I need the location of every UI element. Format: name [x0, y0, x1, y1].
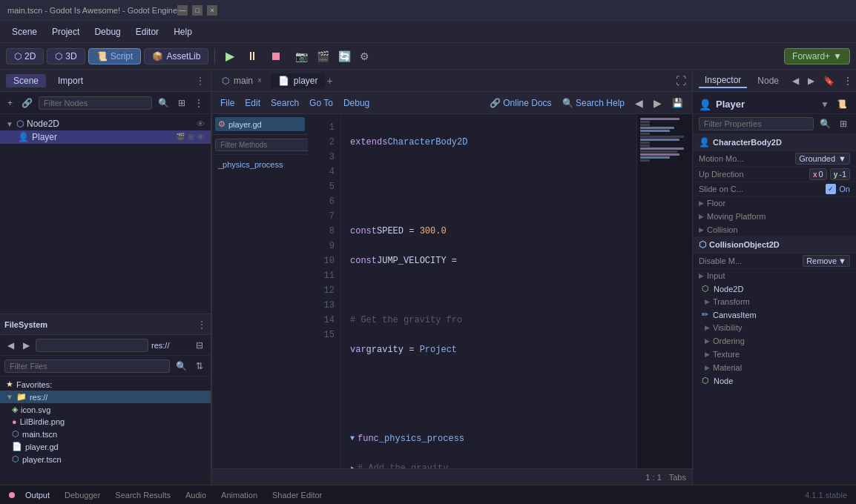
output-tab[interactable]: Output — [21, 489, 54, 501]
menu-project[interactable]: Project — [46, 24, 85, 39]
up-direction-x[interactable]: x 0 — [809, 168, 827, 180]
tab-inspector[interactable]: Inspector — [699, 73, 747, 88]
fs-sort-icon[interactable]: ⇅ — [193, 359, 206, 373]
fs-layout-icon[interactable]: ⊟ — [193, 339, 206, 352]
tab-main-close[interactable]: × — [257, 76, 262, 84]
section-visibility[interactable]: ▶ Visibility — [693, 321, 856, 334]
search-icon[interactable]: 🔍 — [155, 96, 172, 110]
animation-tab[interactable]: Animation — [217, 489, 262, 501]
sub-object-node2d[interactable]: ⬡ Node2D — [693, 282, 856, 295]
player-group-icon[interactable]: ⊞ — [188, 133, 194, 142]
save-icon[interactable]: 💾 — [669, 96, 686, 110]
fs-item-player-gd[interactable]: 📄 player.gd — [0, 440, 211, 453]
search-help-button[interactable]: 🔍 Search Help — [559, 96, 628, 110]
slide-checkbox[interactable]: ✓ — [826, 184, 836, 194]
section-input[interactable]: ▶ Input — [693, 269, 856, 282]
disable-mode-dropdown[interactable]: Remove ▼ — [803, 255, 850, 267]
2d-button[interactable]: ⬡ 2D — [6, 48, 44, 64]
tree-item-node2d[interactable]: ▼ ⬡ Node2D 👁 — [0, 117, 211, 130]
grid-icon[interactable]: ⊞ — [175, 96, 188, 110]
inspector-bookmark[interactable]: 🔖 — [820, 74, 837, 87]
open-script-icon[interactable]: 📜 — [834, 98, 850, 110]
sub-object-canvasitem[interactable]: ✏ CanvasItem — [693, 308, 856, 321]
section-collisionobject2d[interactable]: ⬡ CollisionObject2D — [693, 236, 856, 253]
tree-item-player[interactable]: 👤 Player 🎬 ⊞ 👁 — [0, 130, 211, 144]
section-texture[interactable]: ▶ Texture — [693, 348, 856, 361]
inspector-history-back[interactable]: ◀ — [789, 74, 802, 87]
add-tab-button[interactable]: + — [327, 75, 333, 87]
scene-menu-icon[interactable]: ⋮ — [191, 96, 206, 110]
script-button[interactable]: 📜 Script — [88, 48, 142, 64]
sub-object-node[interactable]: ⬡ Node — [693, 374, 856, 387]
fs-item-icon-svg[interactable]: ◈ icon.svg — [0, 403, 211, 416]
section-material[interactable]: ▶ Material — [693, 361, 856, 374]
motion-mode-dropdown[interactable]: Grounded ▼ — [795, 153, 850, 165]
search-button[interactable]: Search — [268, 96, 302, 110]
minimize-button[interactable]: — — [177, 5, 188, 16]
tab-player[interactable]: 📄 player — [271, 73, 326, 88]
fullscreen-button[interactable]: ⛶ — [673, 73, 689, 88]
assetlib-button[interactable]: 📦 AssetLib — [144, 48, 208, 64]
file-button[interactable]: File — [217, 96, 237, 110]
section-characterbody2d[interactable]: 👤 CharacterBody2D — [693, 134, 856, 151]
fs-item-lilbirdie[interactable]: ● LilBirdie.png — [0, 416, 211, 428]
search-results-tab[interactable]: Search Results — [111, 489, 175, 501]
player-movie-icon[interactable]: 🎬 — [176, 133, 185, 142]
maximize-button[interactable]: □ — [192, 5, 203, 16]
fs-item-player-tscn[interactable]: ⬡ player.tscn — [0, 453, 211, 465]
fs-back-button[interactable]: ◀ — [4, 339, 17, 352]
edit-button[interactable]: Edit — [242, 96, 263, 110]
link-node-button[interactable]: 🔗 — [19, 96, 36, 110]
shader-editor-tab[interactable]: Shader Editor — [268, 489, 326, 501]
nav-forward-button[interactable]: ▶ — [651, 96, 665, 110]
fs-item-main-tscn[interactable]: ⬡ main.tscn — [0, 428, 211, 440]
filter-search-icon[interactable]: 🔍 — [817, 117, 834, 130]
movie-icon[interactable]: 🎬 — [314, 49, 332, 64]
settings-icon[interactable]: ⚙ — [357, 49, 372, 64]
visibility-icon[interactable]: 👁 — [197, 119, 205, 128]
goto-button[interactable]: Go To — [306, 96, 336, 110]
filter-nodes-input[interactable] — [39, 96, 152, 110]
player-visibility-icon[interactable]: 👁 — [197, 133, 205, 142]
fs-search-icon[interactable]: 🔍 — [173, 359, 190, 373]
filesystem-menu-icon[interactable]: ⋮ — [197, 319, 206, 330]
online-docs-button[interactable]: 🔗 Online Docs — [487, 96, 555, 110]
method-physics-process[interactable]: _physics_process — [215, 158, 305, 171]
tab-node[interactable]: Node — [751, 74, 785, 87]
add-node-button[interactable]: + — [4, 96, 16, 110]
camera-icon[interactable]: 📷 — [292, 49, 311, 64]
forward-button[interactable]: Forward+ ▼ — [784, 48, 850, 64]
audio-tab[interactable]: Audio — [181, 489, 211, 501]
node-dropdown-icon[interactable]: ▼ — [820, 99, 829, 110]
3d-button[interactable]: ⬡ 3D — [47, 48, 85, 64]
inspector-menu[interactable]: ⋮ — [840, 74, 855, 87]
section-floor[interactable]: ▶ Floor — [693, 196, 856, 210]
tab-scene[interactable]: Scene — [6, 74, 46, 87]
section-collision[interactable]: ▶ Collision — [693, 223, 856, 236]
menu-help[interactable]: Help — [168, 24, 198, 39]
menu-debug[interactable]: Debug — [88, 24, 126, 39]
scene-panel-menu[interactable]: ⋮ — [196, 76, 205, 86]
tab-main[interactable]: ⬡ main × — [214, 73, 269, 88]
filter-files-input[interactable] — [4, 359, 170, 373]
code-content[interactable]: extends CharacterBody2D const SPEED = 30… — [341, 114, 636, 468]
debug-button[interactable]: Debug — [340, 96, 372, 110]
fs-forward-button[interactable]: ▶ — [20, 339, 33, 352]
up-direction-y[interactable]: y -1 — [830, 168, 850, 180]
debugger-tab[interactable]: Debugger — [60, 489, 105, 501]
code-editor[interactable]: 1 2 3 4 5 6 7 8 9 10 11 12 13 14 15 exte… — [308, 114, 692, 468]
menu-scene[interactable]: Scene — [6, 24, 43, 39]
section-moving-platform[interactable]: ▶ Moving Platform — [693, 210, 856, 223]
filter-group-icon[interactable]: ⊞ — [837, 117, 850, 130]
close-button[interactable]: × — [207, 5, 217, 16]
section-transform[interactable]: ▶ Transform — [693, 295, 856, 308]
script-file-player[interactable]: ⚙ player.gd — [215, 117, 305, 131]
pause-button[interactable]: ⏸ — [242, 48, 263, 64]
filter-methods-input[interactable] — [215, 139, 320, 151]
tab-import[interactable]: Import — [50, 74, 90, 87]
fs-path-input[interactable] — [36, 339, 148, 352]
stop-button[interactable]: ⏹ — [266, 48, 286, 64]
nav-back-button[interactable]: ◀ — [632, 96, 646, 110]
sync-icon[interactable]: 🔄 — [335, 49, 354, 64]
play-button[interactable]: ▶ — [221, 47, 239, 64]
